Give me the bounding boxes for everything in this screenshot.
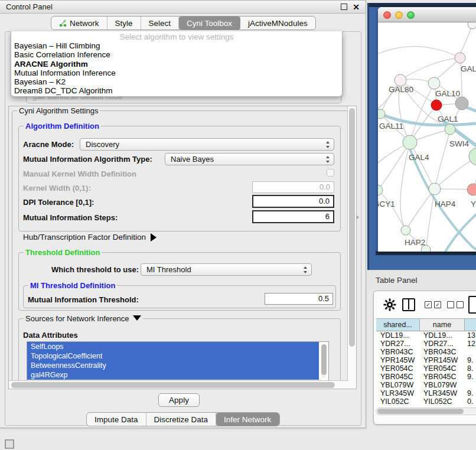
tab-network[interactable]: Network — [51, 17, 107, 30]
hide-columns-icon[interactable] — [447, 301, 464, 308]
control-panel-titlebar: Control Panel — [0, 1, 366, 14]
network-node[interactable] — [455, 53, 465, 63]
table-row[interactable]: YDL19...YDL19...13 — [376, 331, 476, 340]
node-label: GAL4 — [409, 153, 429, 162]
algorithm-option[interactable]: Basic Correlation Inference — [11, 50, 342, 59]
sources-title-text: Sources for Network Inference — [25, 314, 129, 323]
table-cell: YIL052C — [376, 397, 420, 405]
settings-vertical-scrollbar[interactable] — [347, 106, 356, 389]
table-row[interactable]: YBR045CYBR045C9. — [376, 373, 476, 381]
manual-kernel-checkbox[interactable] — [327, 169, 334, 177]
table-row[interactable]: YLR345WYLR345W9. — [376, 389, 476, 397]
tab-impute-data[interactable]: Impute Data — [87, 413, 146, 426]
table-horizontal-scrollbar[interactable] — [376, 407, 476, 415]
tab-discretize-data[interactable]: Discretize Data — [146, 413, 217, 426]
node-label: GCY1 — [378, 200, 395, 208]
application-root: Control Panel ✕ NetworkStyleSelectCyni T… — [0, 0, 476, 450]
table-cell: 0. — [465, 397, 476, 405]
algorithm-dropdown-popup: Select algorithm to view settings Bayesi… — [11, 31, 343, 97]
attribute-list-item[interactable]: gal4RGexp — [27, 370, 319, 380]
table-row[interactable]: YPR145WYPR145W9. — [376, 356, 476, 364]
tab-select[interactable]: Select — [141, 17, 180, 30]
data-attributes-list[interactable]: SelfLoopsTopologicalCoefficientBetweenne… — [27, 341, 329, 383]
split-columns-icon[interactable] — [402, 298, 415, 311]
show-checked-columns-icon[interactable]: ✓✓ — [425, 301, 441, 308]
tab-infer-network[interactable]: Infer Network — [216, 413, 279, 426]
mi-steps-input[interactable]: 6 — [252, 210, 334, 223]
tab-jactivemnodules[interactable]: jActiveMNodules — [240, 17, 315, 30]
table-panel-window: ✓✓ shared...name YDL19...YDL19...13YDR27… — [373, 291, 476, 425]
kernel-width-input[interactable]: 0.0 — [252, 181, 334, 193]
which-threshold-value: MI Threshold — [146, 265, 191, 274]
which-threshold-combo[interactable]: MI Threshold — [141, 263, 312, 276]
network-node[interactable] — [403, 135, 417, 149]
network-node[interactable] — [378, 109, 385, 119]
table-body: YDL19...YDL19...13YDR27...YDR27...12YBR0… — [376, 331, 476, 405]
algorithm-option[interactable]: Dream8 DC_TDC Algorithm — [11, 86, 342, 95]
mi-threshold-input[interactable]: 0.5 — [265, 293, 333, 305]
attribute-list-item[interactable]: TopologicalCoefficient — [27, 351, 319, 361]
sources-title[interactable]: Sources for Network Inference — [24, 314, 143, 323]
aracne-mode-combo[interactable]: Discovery — [80, 138, 334, 151]
table-row[interactable]: YER054CYER054C8. — [376, 364, 476, 373]
table-row[interactable]: YIL052CYIL052C0. — [376, 397, 476, 405]
network-node[interactable] — [428, 77, 440, 89]
gear-icon[interactable] — [383, 298, 396, 311]
minimize-traffic-light-icon[interactable] — [395, 11, 403, 19]
table-cell: YDR27... — [420, 340, 465, 348]
settings-horizontal-scrollbar[interactable] — [9, 380, 348, 389]
table-row[interactable]: YDR27...YDR27...12 — [376, 340, 476, 348]
algorithm-option[interactable]: Bayesian – K2 — [11, 77, 342, 86]
apply-button[interactable]: Apply — [158, 393, 200, 407]
network-canvas[interactable]: GALGAL80GAL10GAL1GAL11SWI4GAL4GCY1HAP4YH… — [378, 22, 476, 252]
attribute-list-item[interactable]: SelfLoops — [27, 342, 319, 351]
network-node[interactable] — [445, 124, 455, 135]
network-window-titlebar[interactable] — [378, 7, 476, 22]
algorithm-option[interactable]: Bayesian – Hill Climbing — [11, 41, 342, 50]
table-cell: YDL19... — [376, 331, 420, 340]
zoom-traffic-light-icon[interactable] — [407, 11, 415, 19]
control-panel-tabbar: NetworkStyleSelectCyni ToolboxjActiveMNo… — [51, 16, 316, 30]
table-row[interactable]: YBL079WYBL079W — [376, 381, 476, 389]
network-node[interactable] — [431, 100, 442, 110]
attributes-list-scrollbar[interactable] — [321, 344, 327, 379]
node-label: HAP4 — [435, 200, 456, 208]
node-label: GAL10 — [435, 89, 460, 98]
table-row[interactable]: YBR043CYBR043C — [376, 348, 476, 356]
network-icon — [59, 19, 67, 27]
cyni-algorithm-settings-title: Cyni Algorithm Settings — [17, 106, 100, 115]
column-header[interactable] — [465, 319, 476, 331]
network-node[interactable] — [469, 148, 476, 165]
mi-steps-value: 6 — [325, 212, 330, 221]
network-node[interactable] — [401, 226, 410, 235]
network-node[interactable] — [395, 74, 406, 86]
algorithm-option[interactable]: Mutual Information Inference — [11, 69, 342, 77]
algorithm-definition-title: Algorithm Definition — [24, 122, 101, 131]
node-label: GAL1 — [438, 115, 458, 123]
tab-style[interactable]: Style — [107, 17, 141, 30]
network-node[interactable] — [467, 184, 476, 195]
attribute-list-item[interactable]: BetweennessCentrality — [27, 361, 319, 370]
column-header[interactable]: shared... — [376, 319, 420, 331]
hub-definition-label: Hub/Transcription Factor Definition — [23, 233, 146, 242]
network-graph: GALGAL80GAL10GAL1GAL11SWI4GAL4GCY1HAP4YH… — [378, 22, 476, 252]
network-node[interactable] — [429, 183, 441, 195]
dpi-tolerance-input[interactable]: 0.0 — [252, 195, 334, 208]
table-panel-title: Table Panel — [376, 276, 418, 285]
mi-type-combo[interactable]: Naive Bayes — [165, 153, 334, 165]
column-header[interactable]: name — [420, 319, 465, 331]
window-grip[interactable] — [5, 439, 14, 449]
float-window-icon[interactable] — [341, 4, 347, 10]
mi-threshold-value: 0.5 — [318, 294, 329, 303]
close-icon[interactable]: ✕ — [351, 2, 361, 12]
tab-label: Cyni Toolbox — [187, 19, 232, 28]
hub-definition-expander[interactable]: Hub/Transcription Factor Definition — [23, 233, 157, 242]
table-cell — [465, 348, 476, 356]
network-node[interactable] — [455, 97, 468, 110]
export-table-icon[interactable] — [468, 296, 476, 314]
network-desktop: GALGAL80GAL10GAL1GAL11SWI4GAL4GCY1HAP4YH… — [367, 3, 476, 270]
tab-cyni-toolbox[interactable]: Cyni Toolbox — [179, 17, 240, 30]
algorithm-option[interactable]: ARACNE Algorithm — [11, 60, 342, 69]
network-node[interactable] — [468, 22, 476, 29]
close-traffic-light-icon[interactable] — [383, 11, 391, 19]
